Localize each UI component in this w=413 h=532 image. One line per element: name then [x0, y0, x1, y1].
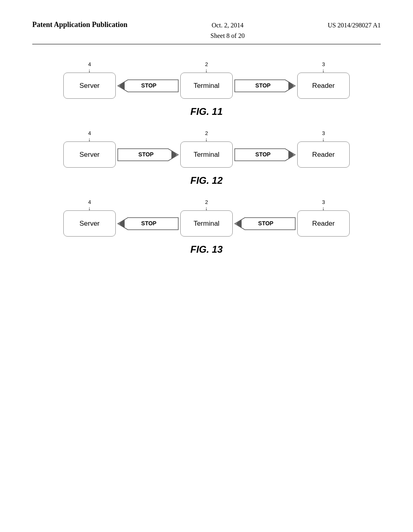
page: Patent Application Publication Oct. 2, 2… — [0, 0, 413, 532]
fig12-server-wrapper: 4↓ Server — [63, 141, 116, 168]
fig13-reader-wrapper: 3↓ Reader — [297, 210, 350, 237]
fig13-terminal-node: Terminal — [180, 210, 233, 237]
fig13-server-wrapper: 4↓ Server — [63, 210, 116, 237]
fig11-label: FIG. 11 — [190, 106, 223, 117]
fig12-terminal-wrapper: 2↓ Terminal — [180, 141, 233, 168]
fig11-reader-node: Reader — [297, 73, 350, 99]
svg-text:STOP: STOP — [255, 151, 271, 158]
fig12-reader-ref: 3↓ — [322, 130, 325, 142]
fig12-terminal-ref: 2↓ — [205, 130, 208, 142]
svg-marker-17 — [236, 219, 242, 228]
fig11-arrow-right: STOP — [233, 76, 297, 96]
svg-text:STOP: STOP — [255, 82, 271, 89]
fig12-label: FIG. 12 — [190, 175, 223, 186]
fig11-reader-wrapper: 3↓ Reader — [297, 73, 350, 99]
fig13-server-node: Server — [63, 210, 116, 237]
publication-title: Patent Application Publication — [32, 20, 127, 29]
fig12-terminal-node: Terminal — [180, 141, 233, 168]
figure-12: 4↓ Server STOP 2↓ Terminal — [32, 137, 381, 186]
fig11-diagram-row: 4↓ Server STOP 2↓ Terminal — [63, 73, 350, 99]
fig13-arrow-left: STOP — [116, 214, 180, 234]
fig11-reader-ref: 3↓ — [322, 61, 325, 73]
svg-text:STOP: STOP — [141, 220, 156, 227]
svg-marker-14 — [119, 219, 125, 228]
fig13-diagram-row: 4↓ Server STOP 2↓ Terminal — [63, 210, 350, 237]
publication-date: Oct. 2, 2014 — [212, 22, 244, 29]
fig12-reader-node: Reader — [297, 141, 350, 168]
fig12-reader-wrapper: 3↓ Reader — [297, 141, 350, 168]
svg-text:STOP: STOP — [138, 151, 154, 158]
svg-marker-8 — [171, 150, 177, 159]
fig13-terminal-wrapper: 2↓ Terminal — [180, 210, 233, 237]
sheet-info: Sheet 8 of 20 — [211, 32, 245, 39]
fig13-reader-ref: 3↓ — [322, 199, 325, 211]
figure-13: 4↓ Server STOP 2↓ Terminal — [32, 206, 381, 255]
header-center: Oct. 2, 2014 Sheet 8 of 20 — [211, 20, 245, 41]
fig11-server-ref: 4↓ — [88, 61, 91, 73]
header: Patent Application Publication Oct. 2, 2… — [32, 20, 381, 44]
fig13-reader-node: Reader — [297, 210, 350, 237]
svg-text:STOP: STOP — [258, 220, 273, 227]
fig11-terminal-node: Terminal — [180, 73, 233, 99]
svg-text:STOP: STOP — [141, 82, 156, 89]
fig12-server-ref: 4↓ — [88, 130, 91, 142]
svg-marker-2 — [119, 81, 125, 90]
fig11-terminal-ref: 2↓ — [205, 61, 208, 73]
fig11-arrow-left: STOP — [116, 76, 180, 96]
fig13-label: FIG. 13 — [190, 244, 223, 255]
svg-marker-11 — [288, 150, 294, 159]
fig12-arrow-left: STOP — [116, 145, 180, 165]
fig11-terminal-wrapper: 2↓ Terminal — [180, 73, 233, 99]
fig11-server-wrapper: 4↓ Server — [63, 73, 116, 99]
figure-11: 4↓ Server STOP 2↓ Terminal — [32, 69, 381, 117]
fig13-arrow-right: STOP — [233, 214, 297, 234]
fig12-arrow-right: STOP — [233, 145, 297, 165]
patent-number: US 2014/298027 A1 — [327, 20, 381, 31]
fig12-server-node: Server — [63, 141, 116, 168]
fig11-server-node: Server — [63, 73, 116, 99]
fig13-terminal-ref: 2↓ — [205, 199, 208, 211]
fig13-server-ref: 4↓ — [88, 199, 91, 211]
fig12-diagram-row: 4↓ Server STOP 2↓ Terminal — [63, 141, 350, 168]
svg-marker-5 — [288, 81, 294, 90]
